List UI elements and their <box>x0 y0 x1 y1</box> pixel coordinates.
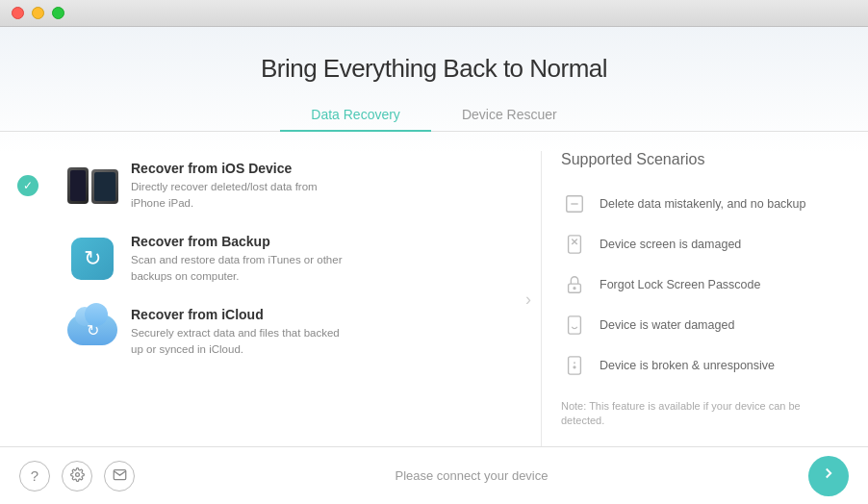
lock-scenario-icon <box>561 271 588 298</box>
icloud-option[interactable]: ↻ Recover from iCloud Securely extract d… <box>38 297 522 366</box>
next-arrow-icon <box>820 465 837 487</box>
panel-divider-arrow: › <box>525 289 531 309</box>
tab-bar: Data Recovery Device Rescuer <box>0 99 868 132</box>
help-icon: ? <box>31 467 38 484</box>
ios-device-icon <box>67 161 117 211</box>
scenario-screen-text: Device screen is damaged <box>600 238 741 251</box>
svg-rect-2 <box>569 236 581 253</box>
backup-option[interactable]: ↻ Recover from Backup Scan and restore d… <box>38 224 522 293</box>
scenario-broken: Device is broken & unresponsive <box>561 345 830 386</box>
ios-device-option[interactable]: ✓ Recover from iOS Device Directly recov… <box>38 151 522 220</box>
selected-check-icon: ✓ <box>17 175 38 196</box>
svg-point-10 <box>574 366 575 368</box>
scenario-delete-text: Delete data mistakenly, and no backup <box>600 197 805 211</box>
title-bar <box>0 0 868 27</box>
tab-data-recovery[interactable]: Data Recovery <box>280 99 431 132</box>
settings-icon <box>70 467 85 485</box>
icloud-text: Recover from iCloud Securely extract dat… <box>131 307 343 356</box>
screen-scenario-icon <box>561 231 588 258</box>
tab-device-rescuer[interactable]: Device Rescuer <box>431 99 588 132</box>
svg-point-6 <box>574 288 575 290</box>
content-area: ✓ Recover from iOS Device Directly recov… <box>0 132 868 446</box>
ios-device-text: Recover from iOS Device Directly recover… <box>131 161 343 210</box>
svg-rect-7 <box>569 316 581 334</box>
settings-button[interactable] <box>62 461 92 491</box>
status-text: Please connect your device <box>135 468 808 483</box>
help-button[interactable]: ? <box>19 461 50 491</box>
maximize-button[interactable] <box>52 7 64 19</box>
recovery-options-panel: ✓ Recover from iOS Device Directly recov… <box>38 151 522 446</box>
scenario-broken-text: Device is broken & unresponsive <box>600 359 775 372</box>
svg-point-11 <box>75 472 79 476</box>
scenario-screen: Device screen is damaged <box>561 224 830 265</box>
minimize-button[interactable] <box>32 7 44 19</box>
scenario-water-text: Device is water damaged <box>600 318 734 332</box>
water-scenario-icon <box>561 312 588 339</box>
backup-icon: ↻ <box>67 234 117 284</box>
page-title: Bring Everything Back to Normal <box>0 54 868 84</box>
footer: ? Please connect your device <box>0 446 868 504</box>
backup-text: Recover from Backup Scan and restore dat… <box>131 234 343 283</box>
email-icon <box>113 467 127 485</box>
next-button[interactable] <box>808 456 849 496</box>
main-content: Bring Everything Back to Normal Data Rec… <box>0 27 868 446</box>
broken-scenario-icon <box>561 352 588 379</box>
scenario-delete: Delete data mistakenly, and no backup <box>561 184 830 224</box>
icloud-icon: ↻ <box>67 307 117 357</box>
header: Bring Everything Back to Normal Data Rec… <box>0 27 868 132</box>
footer-left-buttons: ? <box>19 461 135 491</box>
scenarios-panel: Supported Scenarios Delete data mistaken… <box>541 151 830 446</box>
scenario-lock: Forgot Lock Screen Passcode <box>561 265 830 305</box>
email-button[interactable] <box>104 461 135 491</box>
scenarios-note: Note: This feature is available if your … <box>561 399 830 429</box>
close-button[interactable] <box>12 7 24 19</box>
svg-rect-8 <box>569 357 581 374</box>
scenario-lock-text: Forgot Lock Screen Passcode <box>600 278 760 291</box>
delete-scenario-icon <box>561 190 588 217</box>
scenario-water: Device is water damaged <box>561 305 830 345</box>
scenarios-title: Supported Scenarios <box>561 151 830 168</box>
